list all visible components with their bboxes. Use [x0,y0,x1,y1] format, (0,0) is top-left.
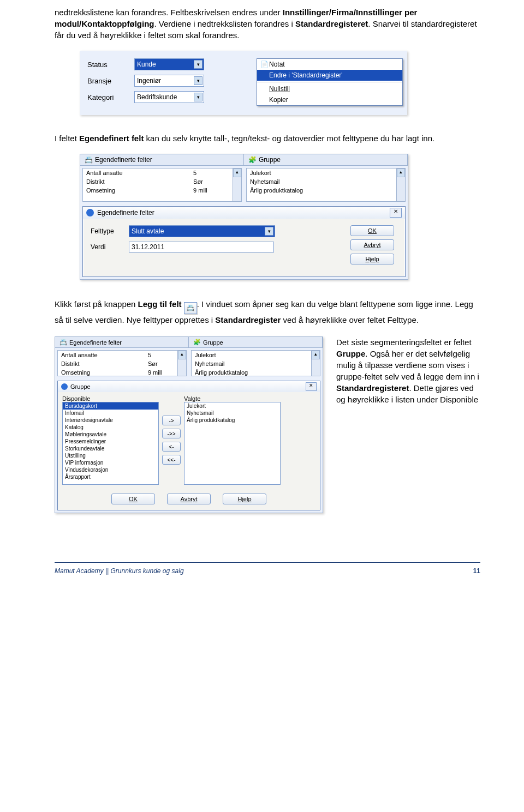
table-row: Nyhetsmail [192,359,320,368]
listbox-valgte[interactable]: Julekort Nyhetsmail Årlig produktkatalog [184,402,281,485]
dialog-title: Gruppe [70,383,91,390]
tab-egendefinerte[interactable]: 📇 Egendefinerte felter [55,337,189,347]
p1-d: Standardregisteret [295,19,368,28]
tab-gruppe[interactable]: 🧩 Gruppe [189,337,323,347]
cancel-button[interactable]: Avbryt [350,239,394,250]
list-item[interactable]: Utstilling [63,452,158,459]
table-row: Omsetning9 mill [83,186,241,195]
chevron-down-icon[interactable]: ▾ [194,60,203,69]
dialog-title: Egendefinerte felter [97,209,154,216]
move-all-left-button[interactable]: <<- [162,455,181,465]
scroll-up-icon[interactable]: ▴ [178,351,186,359]
menu-item-notat[interactable]: 📄 Notat [257,59,402,70]
chevron-down-icon[interactable]: ▾ [265,227,273,236]
list-right[interactable]: Julekort Nyhetsmail Årlig produktkatalog… [246,168,406,202]
table-row: Årlig produktkatalog [192,368,320,377]
scrollbar[interactable]: ▴ [177,351,186,376]
scrollbar[interactable]: ▴ [396,169,405,201]
page-footer: Mamut Academy || Grunnkurs kunde og salg… [55,562,480,575]
p3-e: Standardregister [215,315,281,324]
list-left[interactable]: Antall ansatte5 DistriktSør Omsetning9 m… [82,168,242,202]
combo-kategori-value: Bedriftskunde [137,93,177,101]
footer-text: Mamut Academy || Grunnkurs kunde og salg [55,567,184,575]
para-1: nedtrekkslistene kan forandres. Feltbesk… [55,7,480,41]
move-all-right-button[interactable]: ->> [162,429,181,438]
group-icon: 🧩 [193,339,201,346]
add-field-icon[interactable]: 📇 [184,302,197,314]
list-item[interactable]: VIP informasjon [63,459,158,466]
label-verdi: Verdi [91,243,129,251]
list-item[interactable]: Bursdagskort [63,402,158,410]
menu-item-label: Kopier [269,96,288,104]
page-number: 11 [473,567,480,575]
screenshot-egendefinerte: 📇 Egendefinerte felter 🧩 Gruppe Antall a… [80,154,408,280]
tab-egendefinerte[interactable]: 📇 Egendefinerte felter [80,154,244,165]
list-item[interactable]: Møbleringsavtale [63,431,158,438]
scrollbar[interactable]: ▴ [311,351,320,376]
close-icon[interactable]: ✕ [306,382,317,391]
menu-item-label: Notat [269,61,285,68]
combo-bransje[interactable]: Ingeniør ▾ [134,75,204,87]
group-icon: 🧩 [248,156,257,164]
menu-item-kopier[interactable]: Kopier [257,94,402,105]
ok-button[interactable]: OK [111,494,155,504]
label-kategori: Kategori [87,93,134,101]
table-row: Antall ansatte5 [58,351,186,359]
p1-a: nedtrekkslistene kan forandres. Feltbesk… [55,8,283,17]
scroll-up-icon[interactable]: ▴ [312,351,320,359]
tab-gruppe[interactable]: 🧩 Gruppe [244,154,408,165]
combo-felttype-value: Slutt avtale [132,227,164,235]
list-item[interactable]: Julekort [184,402,280,410]
combo-status[interactable]: Kunde ▾ [134,58,204,70]
table-row: Omsetning9 mill [58,368,186,377]
list-item[interactable]: Storkundeavtale [63,445,158,452]
label-valgte: Valgte [184,395,281,402]
tab-label: Egendefinerte felter [95,156,152,164]
input-verdi[interactable] [129,242,274,252]
p4-b: Gruppe [336,349,365,358]
listbox-disponible[interactable]: Bursdagskort Infomail Interiørdesignavta… [62,402,159,485]
label-disponible: Disponible [62,395,159,402]
cancel-button[interactable]: Avbryt [167,494,211,504]
help-button[interactable]: Hjelp [223,494,266,504]
ok-button[interactable]: OK [350,225,394,236]
list-item[interactable]: Katalog [63,424,158,431]
p4-d: Standardregisteret [336,383,409,393]
fields-icon: 📇 [59,339,67,346]
scrollbar[interactable]: ▴ [233,169,241,201]
screenshot-gruppe: 📇 Egendefinerte felter 🧩 Gruppe Antall a… [55,336,323,513]
scroll-up-icon[interactable]: ▴ [233,169,241,177]
note-icon: 📄 [259,61,269,68]
move-right-button[interactable]: -> [162,416,181,425]
tab-label: Gruppe [259,156,281,164]
list-item[interactable]: Pressemeldinger [63,438,158,445]
chevron-down-icon[interactable]: ▾ [194,93,203,101]
menu-item-nullstill[interactable]: Nullstill [257,83,402,94]
chevron-down-icon[interactable]: ▾ [194,76,203,85]
list-item[interactable]: Årsrapport [63,473,158,480]
tab-label: Gruppe [203,339,223,346]
scroll-up-icon[interactable]: ▴ [397,169,405,177]
list-item[interactable]: Nyhetsmail [184,410,280,417]
app-icon [86,209,94,216]
move-left-button[interactable]: <- [162,442,181,452]
tab-label: Egendefinerte felter [69,339,122,346]
list-right[interactable]: Julekort Nyhetsmail Årlig produktkatalog… [191,350,320,376]
combo-felttype[interactable]: Slutt avtale ▾ [129,225,275,237]
p4-a: Det siste segmenteringsfeltet er feltet [336,338,472,347]
p3-b: Legg til felt [138,299,182,309]
list-left[interactable]: Antall ansatte5 DistriktSør Omsetning9 m… [57,350,187,376]
table-row: Julekort [192,351,320,359]
list-item[interactable]: Vindusdekorasjon [63,466,158,473]
menu-item-endre[interactable]: Endre i 'Standardregister' [257,70,402,81]
combo-kategori[interactable]: Bedriftskunde ▾ [134,91,204,103]
table-row: Nyhetsmail [247,177,405,186]
table-row: Antall ansatte5 [83,169,241,177]
list-item[interactable]: Infomail [63,410,158,417]
list-item[interactable]: Interiørdesignavtale [63,417,158,424]
close-icon[interactable]: ✕ [390,208,402,218]
para-2: I feltet Egendefinert felt kan du selv k… [55,133,480,144]
list-item[interactable]: Årlig produktkatalog [184,417,280,424]
help-button[interactable]: Hjelp [350,254,394,264]
combo-status-value: Kunde [137,61,156,68]
